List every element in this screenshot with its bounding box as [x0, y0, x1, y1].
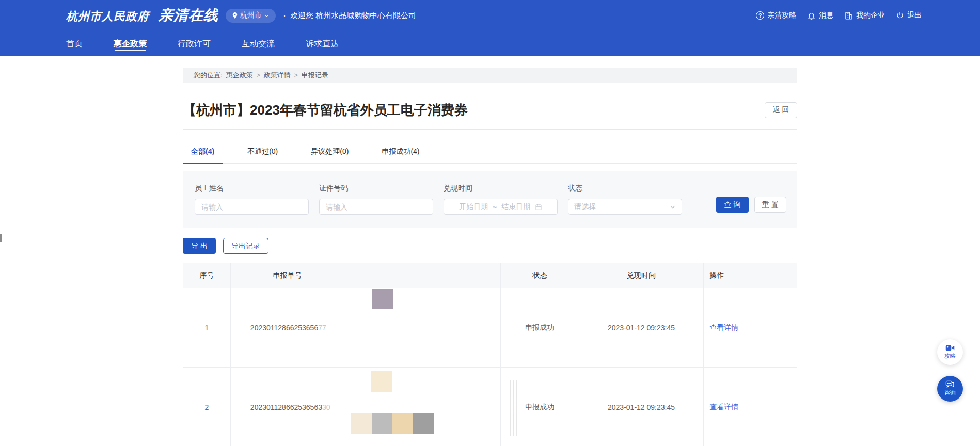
header-links: ?亲清攻略 消息 我的企业 退出 [756, 11, 922, 20]
edge-artifact [0, 234, 2, 242]
redaction-block [371, 371, 392, 392]
chat-bubble-icon [945, 380, 955, 389]
column-header: 序号 [183, 263, 231, 288]
table-body: 12023011286625365677申报成功2023-01-12 09:23… [183, 288, 797, 446]
view-details-link[interactable]: 查看详情 [709, 403, 738, 412]
logo-gov-text: 杭州市人民政府 [66, 9, 149, 24]
cell-order-no: 20230112866253656330 [231, 368, 501, 446]
calendar-icon [535, 203, 542, 211]
consult-float-label: 咨询 [944, 389, 956, 397]
tab-1[interactable]: 全部(4) [183, 130, 223, 163]
filter-label: 兑现时间 [444, 184, 558, 193]
redaction-block [413, 413, 434, 434]
cell-index: 2 [183, 368, 231, 446]
my-company-link[interactable]: 我的企业 [844, 11, 885, 20]
column-header: 操作 [704, 263, 797, 288]
filter-field: 员工姓名 [195, 184, 309, 215]
tab-3[interactable]: 异议处理(0) [303, 130, 357, 163]
location-pin-icon [232, 12, 238, 19]
tab-4[interactable]: 申报成功(4) [373, 130, 428, 163]
nav-item-2[interactable]: 惠企政策 [114, 31, 147, 56]
breadcrumb-prefix: 您的位置: [194, 68, 223, 83]
messages-link-label: 消息 [819, 11, 833, 20]
filter-input[interactable] [319, 199, 433, 215]
nav-item-1[interactable]: 首页 [66, 31, 83, 56]
column-header: 申报单号 [231, 263, 501, 288]
main-nav: 首页惠企政策行政许可互动交流诉求直达 [66, 31, 339, 56]
filter-label: 员工姓名 [195, 184, 309, 193]
welcome-separator: · [283, 10, 286, 21]
smudge-artifact [510, 380, 517, 436]
city-selector[interactable]: 杭州市 [226, 9, 276, 23]
status-select[interactable]: 请选择 [568, 199, 682, 215]
status-tabs: 全部(4)不通过(0)异议处理(0)申报成功(4) [183, 130, 797, 164]
breadcrumb-separator: > [257, 68, 260, 83]
question-circle-icon: ? [756, 11, 764, 20]
video-camera-icon [945, 344, 955, 352]
start-date-placeholder: 开始日期 [459, 202, 488, 212]
messages-link[interactable]: 消息 [807, 11, 833, 20]
redaction-block [372, 289, 393, 309]
cell-redeem-time: 2023-01-12 09:23:45 [579, 368, 704, 446]
chevron-down-icon [670, 204, 676, 210]
redaction-block [392, 413, 413, 434]
filter-label: 证件号码 [319, 184, 433, 193]
guide-float-button[interactable]: 攻略 [937, 339, 963, 365]
logout-link-label: 退出 [907, 11, 922, 20]
cell-status: 申报成功 [501, 288, 579, 368]
nav-item-5[interactable]: 诉求直达 [306, 31, 339, 56]
building-icon [844, 11, 853, 20]
nav-item-4[interactable]: 互动交流 [242, 31, 275, 56]
breadcrumb-item[interactable]: 政策详情 [264, 68, 291, 83]
cell-redeem-time: 2023-01-12 09:23:45 [579, 288, 704, 368]
breadcrumb-separator: > [294, 68, 298, 83]
search-button[interactable]: 查 询 [716, 197, 749, 213]
end-date-placeholder: 结束日期 [501, 202, 530, 212]
column-header: 兑现时间 [579, 263, 704, 288]
consult-float-button[interactable]: 咨询 [937, 376, 963, 402]
back-button[interactable]: 返 回 [765, 102, 797, 118]
power-icon [896, 11, 904, 20]
date-separator: ~ [493, 203, 497, 211]
filter-panel: 员工姓名证件号码兑现时间开始日期~结束日期状态请选择 查 询 重 置 [183, 171, 797, 228]
reset-button[interactable]: 重 置 [754, 197, 786, 213]
date-range-picker[interactable]: 开始日期~结束日期 [444, 199, 558, 215]
city-name: 杭州市 [240, 11, 262, 20]
guide-link[interactable]: ?亲清攻略 [756, 11, 796, 20]
tab-2[interactable]: 不通过(0) [239, 130, 286, 163]
table-row: 12023011286625365677申报成功2023-01-12 09:23… [183, 288, 797, 368]
my-company-link-label: 我的企业 [856, 11, 885, 20]
logout-link[interactable]: 退出 [896, 11, 922, 20]
scrollbar[interactable] [977, 56, 980, 446]
cell-index: 1 [183, 288, 231, 368]
filter-field: 状态请选择 [568, 184, 682, 215]
nav-item-3[interactable]: 行政许可 [178, 31, 211, 56]
page-title: 【杭州市】2023年春节留杭省外员工电子消费券 [183, 101, 468, 119]
breadcrumb: 您的位置:惠企政策>政策详情>申报记录 [183, 68, 797, 83]
breadcrumb-item[interactable]: 申报记录 [302, 68, 328, 83]
welcome-text: 欢迎您 杭州水晶城购物中心有限公司 [290, 11, 416, 21]
bell-icon [807, 11, 816, 20]
filter-label: 状态 [568, 184, 682, 193]
select-placeholder: 请选择 [574, 202, 596, 212]
view-details-link[interactable]: 查看详情 [709, 323, 738, 332]
site-header: 杭州市人民政府 亲清在线 杭州市 · 欢迎您 杭州水晶城购物中心有限公司 ?亲清… [0, 0, 980, 56]
filter-input[interactable] [195, 199, 309, 215]
filter-field: 证件号码 [319, 184, 433, 215]
cell-action: 查看详情 [704, 288, 797, 368]
guide-float-label: 攻略 [944, 352, 956, 360]
redaction-block [372, 413, 392, 434]
redaction-strip [351, 413, 434, 434]
site-logo[interactable]: 杭州市人民政府 亲清在线 [66, 6, 218, 25]
column-header: 状态 [501, 263, 579, 288]
redaction-block [351, 413, 372, 434]
cell-order-no: 2023011286625365677 [231, 288, 501, 368]
export-button[interactable]: 导 出 [183, 238, 216, 254]
breadcrumb-item[interactable]: 惠企政策 [226, 68, 253, 83]
guide-link-label: 亲清攻略 [767, 11, 796, 20]
export-records-button[interactable]: 导出记录 [223, 238, 268, 254]
page: 杭州市人民政府 亲清在线 杭州市 · 欢迎您 杭州水晶城购物中心有限公司 ?亲清… [0, 0, 980, 446]
filter-field: 兑现时间开始日期~结束日期 [444, 184, 558, 215]
logo-brand-text: 亲清在线 [159, 6, 218, 25]
cell-action: 查看详情 [704, 368, 797, 446]
